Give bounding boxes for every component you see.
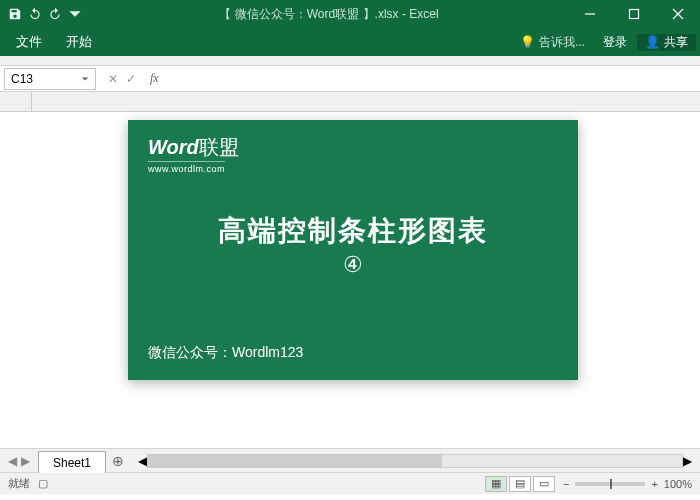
sheet-tab[interactable]: Sheet1 [38,451,106,473]
svg-rect-0 [630,10,639,19]
fx-icon[interactable]: fx [144,71,165,86]
title-bar: 【 微信公众号：Word联盟 】.xlsx - Excel [0,0,700,28]
close-button[interactable] [656,0,700,28]
worksheet-area: Word联盟 www.wordlm.com 高端控制条柱形图表 ④ 微信公众号：… [0,92,700,448]
nav-prev-icon[interactable]: ◀ [8,454,17,468]
overlay-number: ④ [128,252,578,278]
name-box[interactable]: C13 [4,68,96,90]
zoom-level: 100% [664,478,692,490]
share-button[interactable]: 👤共享 [637,34,696,51]
login-button[interactable]: 登录 [593,34,637,51]
overlay-title: 高端控制条柱形图表 [128,212,578,250]
sheet-nav[interactable]: ◀▶ [0,454,38,468]
tell-me[interactable]: 💡告诉我... [512,34,593,51]
macro-record-icon[interactable]: ▢ [38,477,48,490]
window-controls [568,0,700,28]
window-title: 【 微信公众号：Word联盟 】.xlsx - Excel [90,6,568,23]
view-buttons: ▦ ▤ ▭ [485,476,555,492]
sheet-tab-bar: ◀▶ Sheet1 ⊕ ◀▶ [0,448,700,472]
tab-0[interactable]: 开始 [54,28,104,56]
view-normal-button[interactable]: ▦ [485,476,507,492]
ribbon-body-collapsed [0,56,700,66]
zoom-in-icon[interactable]: + [651,478,657,490]
maximize-button[interactable] [612,0,656,28]
view-page-layout-button[interactable]: ▤ [509,476,531,492]
horizontal-scrollbar[interactable]: ◀▶ [138,454,692,468]
enter-icon[interactable]: ✓ [126,72,136,86]
ribbon-tabs: 文件 开始 💡告诉我... 登录 👤共享 [0,28,700,56]
status-ready: 就绪 [8,476,30,491]
tab-file[interactable]: 文件 [4,28,54,56]
overlay-logo: Word联盟 [148,134,239,161]
select-all-corner[interactable] [0,92,32,111]
chevron-down-icon[interactable] [81,75,89,83]
save-icon[interactable] [8,7,22,21]
qat-dropdown-icon[interactable] [68,7,82,21]
undo-icon[interactable] [28,7,42,21]
zoom-slider[interactable] [575,482,645,486]
minimize-button[interactable] [568,0,612,28]
cancel-icon[interactable]: ✕ [108,72,118,86]
zoom-control[interactable]: − + 100% [563,478,692,490]
redo-icon[interactable] [48,7,62,21]
formula-bar: C13 ✕ ✓ fx [0,66,700,92]
overlay-url: www.wordlm.com [148,161,225,174]
formula-input[interactable] [165,69,700,89]
quick-access-toolbar [0,7,90,21]
nav-next-icon[interactable]: ▶ [21,454,30,468]
view-page-break-button[interactable]: ▭ [533,476,555,492]
zoom-out-icon[interactable]: − [563,478,569,490]
add-sheet-button[interactable]: ⊕ [106,453,130,469]
floating-image-overlay[interactable]: Word联盟 www.wordlm.com 高端控制条柱形图表 ④ 微信公众号：… [128,120,578,380]
status-bar: 就绪 ▢ ▦ ▤ ▭ − + 100% [0,472,700,494]
share-icon: 👤 [645,35,660,49]
column-headers [0,92,700,112]
overlay-subtitle: 微信公众号：Wordlm123 [148,344,303,362]
